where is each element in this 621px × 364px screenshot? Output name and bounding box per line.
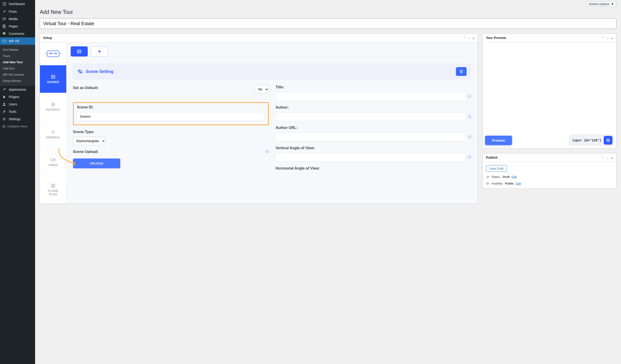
vr-icon: [2, 40, 7, 42]
sub-addons[interactable]: Add-Ons: [0, 65, 35, 71]
scene-type-label: Scene Type:: [73, 130, 269, 134]
nav-label: Plugins: [9, 95, 19, 99]
screen-options-toggle[interactable]: Screen Options ▼: [586, 1, 616, 7]
trash-icon: [459, 69, 463, 74]
nav-media[interactable]: Media: [0, 15, 35, 23]
nav-users[interactable]: Users: [0, 100, 35, 108]
scene-id-input[interactable]: [77, 112, 265, 121]
nav-tools[interactable]: Tools: [0, 108, 35, 115]
wpvr-logo: WP VR: [47, 50, 59, 57]
help-icon[interactable]: ⓘ: [468, 94, 471, 99]
scene-setting-header: Scene Setting: [73, 64, 471, 80]
panel-down-icon[interactable]: ⌄: [606, 36, 609, 40]
brush-icon: [2, 88, 7, 91]
nav-label: Appearance: [9, 88, 26, 91]
tab-floorplan[interactable]: FLOOR PLAN: [40, 176, 66, 204]
tab-hotspot[interactable]: HOTSPOT: [40, 93, 66, 121]
panel-up-icon[interactable]: ⌃: [602, 36, 604, 40]
collapse-icon: [2, 125, 5, 128]
copy-shortcode-button[interactable]: [604, 136, 612, 145]
scene-chip-current[interactable]: [71, 46, 88, 56]
status-label: Status:: [491, 175, 501, 179]
author-url-input[interactable]: [276, 133, 466, 141]
media-icon: [2, 17, 7, 21]
panel-collapse-icon[interactable]: ▴: [611, 156, 613, 159]
nav-comments[interactable]: Comments: [0, 30, 35, 37]
nav-posts[interactable]: Posts: [0, 8, 35, 15]
nav-label: Comments: [9, 32, 24, 35]
collapse-label: Collapse menu: [7, 125, 27, 128]
set-default-label: Set as Default:: [73, 86, 99, 90]
edit-visibility-link[interactable]: Edit: [516, 182, 521, 185]
edit-status-link[interactable]: Edit: [512, 175, 517, 179]
panel-collapse-icon[interactable]: ▴: [473, 36, 474, 40]
panel-down-icon[interactable]: ⌄: [468, 36, 470, 40]
tour-title-input[interactable]: [40, 18, 616, 29]
svg-point-6: [3, 41, 4, 42]
nav-wpvr[interactable]: WP VR: [0, 37, 35, 45]
nav-label: Tools: [9, 110, 17, 114]
nav-label: Media: [9, 17, 17, 21]
vaov-input[interactable]: [276, 153, 466, 162]
tab-label: VIDEO: [49, 164, 58, 167]
haov-label: Horizontal Angle of View:: [276, 166, 471, 170]
help-icon[interactable]: ⓘ: [468, 155, 471, 159]
gear-icon: [51, 130, 55, 134]
svg-rect-5: [2, 40, 6, 42]
nav-dashboard[interactable]: Dashboard: [0, 0, 35, 8]
sub-license[interactable]: WP VR License: [0, 71, 35, 78]
nav-wpvr-submenu: Get Started Tours Add New Tour Add-Ons W…: [0, 45, 35, 86]
panel-down-icon[interactable]: ⌄: [606, 156, 609, 159]
nav-settings[interactable]: Settings: [0, 115, 35, 123]
topbar: Screen Options ▼: [40, 0, 616, 8]
plus-icon: [98, 50, 101, 53]
set-default-select[interactable]: No: [255, 85, 269, 93]
tab-general[interactable]: GENERAL: [40, 121, 66, 148]
scene-type-select[interactable]: Equirectangular: [73, 137, 105, 145]
map-icon: [51, 183, 55, 188]
svg-point-7: [5, 41, 5, 42]
help-icon[interactable]: ⓘ: [468, 115, 471, 119]
panel-up-icon[interactable]: ⌃: [602, 156, 604, 159]
wpvr-logo-tab: WP VR: [40, 42, 66, 65]
image-icon: [77, 50, 82, 53]
svg-point-8: [3, 103, 5, 104]
sub-get-started[interactable]: Get Started: [0, 47, 35, 53]
plug-icon: [2, 95, 7, 99]
tab-label: SCENES: [47, 81, 59, 84]
svg-point-17: [53, 132, 54, 133]
scene-setting-title: Scene Setting: [86, 69, 113, 74]
scene-id-highlight: Scene ID:: [73, 102, 269, 125]
scene-chip-add[interactable]: [91, 46, 108, 56]
save-draft-button[interactable]: Save Draft: [486, 165, 507, 172]
page-title: Add New Tour: [40, 9, 616, 15]
tab-label: FLOOR PLAN: [48, 189, 58, 196]
svg-point-20: [78, 51, 79, 51]
scene-title-input[interactable]: [276, 92, 466, 101]
collapse-menu[interactable]: Collapse menu: [0, 123, 35, 130]
author-input[interactable]: [276, 112, 466, 121]
sub-tours[interactable]: Tours: [0, 53, 35, 59]
panel-collapse-icon[interactable]: ▴: [611, 36, 613, 40]
svg-point-11: [5, 119, 5, 120]
nav-plugins[interactable]: Plugins: [0, 93, 35, 100]
svg-rect-21: [607, 140, 609, 142]
setup-panel-header: Setup ⌃ ⌄ ▴: [40, 34, 478, 42]
help-icon[interactable]: ⓘ: [468, 135, 471, 139]
sub-add-new-tour[interactable]: Add New Tour: [0, 59, 35, 65]
sub-setup-wizard[interactable]: Setup Wizard: [0, 78, 35, 84]
nav-appearance[interactable]: Appearance: [0, 86, 35, 93]
dashboard-icon: [2, 2, 7, 6]
nav-pages[interactable]: Pages: [0, 23, 35, 30]
help-icon[interactable]: ⓘ: [265, 150, 269, 154]
main-content: Screen Options ▼ Add New Tour Setup ⌃ ⌄ …: [35, 0, 621, 218]
preview-button[interactable]: Preview: [485, 136, 512, 145]
visibility-label: Visibility:: [491, 182, 503, 185]
delete-scene-button[interactable]: [456, 67, 466, 76]
tab-scenes[interactable]: SCENES: [40, 65, 66, 93]
sliders-icon: [2, 117, 7, 121]
panel-up-icon[interactable]: ⌃: [463, 36, 466, 40]
svg-point-23: [487, 183, 488, 184]
upload-button[interactable]: UPLOAD: [73, 158, 120, 168]
tab-video[interactable]: VIDEO: [40, 148, 66, 176]
